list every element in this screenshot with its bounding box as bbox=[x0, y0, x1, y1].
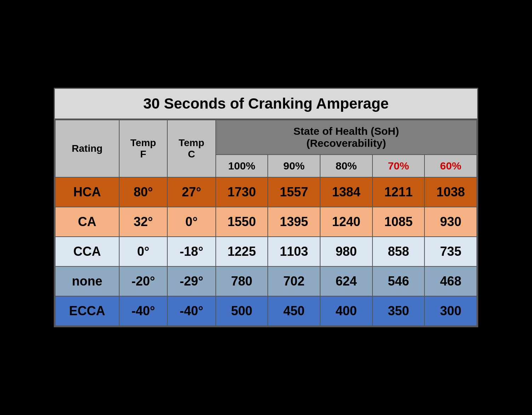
cca-v100: 1225 bbox=[216, 237, 268, 266]
header-pct-60: 60% bbox=[424, 155, 477, 177]
ca-v60: 930 bbox=[424, 207, 477, 237]
none-v70: 546 bbox=[372, 266, 425, 296]
table-row-ecca: ECCA-40°-40°500450400350300 bbox=[55, 296, 477, 326]
header-soh: State of Health (SoH) (Recoverability) bbox=[216, 120, 477, 155]
none-v80: 624 bbox=[320, 266, 372, 296]
cca-v70: 858 bbox=[372, 237, 425, 266]
header-temp-f: Temp F bbox=[119, 120, 167, 177]
ecca-v100: 500 bbox=[216, 296, 268, 326]
main-table-wrapper: 30 Seconds of Cranking Amperage Rating T… bbox=[54, 88, 478, 327]
none-temp-c: -29° bbox=[167, 266, 215, 296]
table-row-ca: CA32°0°1550139512401085930 bbox=[55, 207, 477, 237]
cca-temp-f: 0° bbox=[119, 237, 167, 266]
header-temp-c: Temp C bbox=[167, 120, 215, 177]
header-pct-80: 80% bbox=[320, 155, 372, 177]
ca-v70: 1085 bbox=[372, 207, 425, 237]
ecca-rating: ECCA bbox=[55, 296, 119, 326]
ca-v90: 1395 bbox=[268, 207, 320, 237]
hca-v100: 1730 bbox=[216, 177, 268, 207]
hca-v70: 1211 bbox=[372, 177, 425, 207]
table-row-none: none-20°-29°780702624546468 bbox=[55, 266, 477, 296]
ca-v80: 1240 bbox=[320, 207, 372, 237]
none-rating: none bbox=[55, 266, 119, 296]
hca-temp-f: 80° bbox=[119, 177, 167, 207]
ecca-v70: 350 bbox=[372, 296, 425, 326]
cca-v80: 980 bbox=[320, 237, 372, 266]
none-v90: 702 bbox=[268, 266, 320, 296]
none-v60: 468 bbox=[424, 266, 477, 296]
ca-v100: 1550 bbox=[216, 207, 268, 237]
cca-temp-c: -18° bbox=[167, 237, 215, 266]
hca-rating: HCA bbox=[55, 177, 119, 207]
hca-v90: 1557 bbox=[268, 177, 320, 207]
table-row-cca: CCA0°-18°12251103980858735 bbox=[55, 237, 477, 266]
ecca-v60: 300 bbox=[424, 296, 477, 326]
none-v100: 780 bbox=[216, 266, 268, 296]
hca-temp-c: 27° bbox=[167, 177, 215, 207]
table-row-hca: HCA80°27°17301557138412111038 bbox=[55, 177, 477, 207]
cca-v60: 735 bbox=[424, 237, 477, 266]
header-pct-100: 100% bbox=[216, 155, 268, 177]
hca-v60: 1038 bbox=[424, 177, 477, 207]
header-rating: Rating bbox=[55, 120, 119, 177]
ecca-temp-c: -40° bbox=[167, 296, 215, 326]
hca-v80: 1384 bbox=[320, 177, 372, 207]
table-title: 30 Seconds of Cranking Amperage bbox=[55, 89, 477, 120]
ca-temp-c: 0° bbox=[167, 207, 215, 237]
header-pct-90: 90% bbox=[268, 155, 320, 177]
ca-rating: CA bbox=[55, 207, 119, 237]
none-temp-f: -20° bbox=[119, 266, 167, 296]
ecca-temp-f: -40° bbox=[119, 296, 167, 326]
cca-rating: CCA bbox=[55, 237, 119, 266]
cca-v90: 1103 bbox=[268, 237, 320, 266]
ecca-v80: 400 bbox=[320, 296, 372, 326]
header-pct-70: 70% bbox=[372, 155, 425, 177]
ca-temp-f: 32° bbox=[119, 207, 167, 237]
ecca-v90: 450 bbox=[268, 296, 320, 326]
